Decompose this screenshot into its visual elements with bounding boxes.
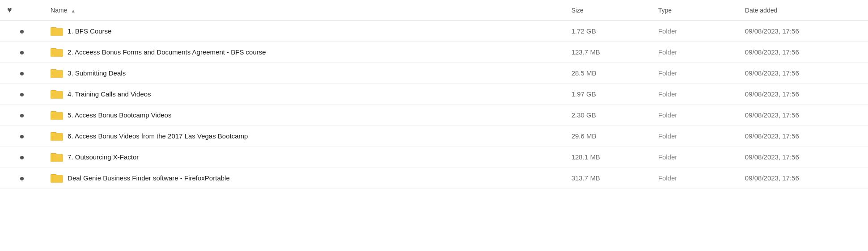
heart-icon: ♥ [7,5,12,14]
file-name: 4. Training Calls and Videos [68,90,151,98]
date-cell: 09/08/2023, 17:56 [738,105,868,126]
favorite-dot-icon [20,30,24,33]
folder-icon [51,110,63,120]
svg-rect-30 [51,176,63,183]
table-header-row: ♥ Name ▲ Size Type Date added [0,0,868,21]
table-row[interactable]: 3. Submitting Deals28.5 MBFolder09/08/20… [0,63,868,84]
table-row[interactable]: 4. Training Calls and Videos1.97 GBFolde… [0,84,868,105]
type-cell: Folder [651,126,738,146]
folder-icon [51,26,63,36]
svg-rect-7 [51,49,57,51]
size-cell: 1.72 GB [564,21,651,42]
favorite-cell [0,167,43,188]
favorite-cell [0,105,43,126]
favorite-column-header: ♥ [0,0,43,21]
svg-rect-31 [51,175,57,177]
date-cell: 09/08/2023, 17:56 [738,84,868,105]
svg-rect-19 [51,112,57,114]
folder-icon [51,89,63,99]
favorite-cell [0,21,43,42]
type-cell: Folder [651,42,738,63]
file-name: 3. Submitting Deals [68,69,126,77]
type-cell: Folder [651,167,738,188]
type-column-label: Type [658,7,672,14]
type-cell: Folder [651,63,738,84]
sort-arrow-icon: ▲ [71,8,76,13]
svg-rect-23 [51,133,57,135]
svg-rect-18 [51,113,63,120]
favorite-cell [0,146,43,167]
svg-rect-22 [51,134,63,141]
type-cell: Folder [651,84,738,105]
favorite-dot-icon [20,135,24,138]
folder-icon [51,68,63,78]
file-name: 6. Access Bonus Videos from the 2017 Las… [68,132,248,140]
file-name: 5. Access Bonus Bootcamp Videos [68,111,171,119]
table-row[interactable]: 2. Acceess Bonus Forms and Documents Agr… [0,42,868,63]
file-list-table: ♥ Name ▲ Size Type Date added 1. BFS [0,0,868,188]
folder-icon [51,173,63,183]
table-row[interactable]: 6. Access Bonus Videos from the 2017 Las… [0,126,868,146]
favorite-dot-icon [20,177,24,180]
favorite-cell [0,126,43,146]
size-column-label: Size [572,7,584,14]
size-cell: 313.7 MB [564,167,651,188]
favorite-dot-icon [20,51,24,54]
table-row[interactable]: 1. BFS Course1.72 GBFolder09/08/2023, 17… [0,21,868,42]
svg-rect-14 [51,92,63,99]
svg-rect-6 [51,50,63,57]
type-cell: Folder [651,146,738,167]
date-cell: 09/08/2023, 17:56 [738,126,868,146]
file-name: Deal Genie Business Finder software - Fi… [68,174,230,182]
svg-rect-26 [51,155,63,162]
favorite-dot-icon [20,114,24,117]
type-cell: Folder [651,105,738,126]
folder-icon [51,152,63,162]
type-cell: Folder [651,21,738,42]
file-name: 7. Outsourcing X-Factor [68,153,139,161]
date-cell: 09/08/2023, 17:56 [738,167,868,188]
size-column-header[interactable]: Size [564,0,651,21]
name-cell[interactable]: 5. Access Bonus Bootcamp Videos [43,105,564,126]
size-cell: 1.97 GB [564,84,651,105]
file-name: 1. BFS Course [68,27,111,35]
favorite-dot-icon [20,156,24,159]
name-cell[interactable]: 2. Acceess Bonus Forms and Documents Agr… [43,42,564,63]
svg-rect-10 [51,71,63,78]
date-column-header[interactable]: Date added [738,0,868,21]
size-cell: 29.6 MB [564,126,651,146]
size-cell: 28.5 MB [564,63,651,84]
size-cell: 128.1 MB [564,146,651,167]
svg-rect-15 [51,91,57,93]
date-cell: 09/08/2023, 17:56 [738,63,868,84]
favorite-cell [0,84,43,105]
size-cell: 2.30 GB [564,105,651,126]
file-name: 2. Acceess Bonus Forms and Documents Agr… [68,48,266,56]
folder-icon [51,47,63,57]
favorite-dot-icon [20,72,24,75]
svg-rect-27 [51,154,57,156]
favorite-dot-icon [20,93,24,96]
table-row[interactable]: 5. Access Bonus Bootcamp Videos2.30 GBFo… [0,105,868,126]
name-cell[interactable]: 7. Outsourcing X-Factor [43,146,564,167]
size-cell: 123.7 MB [564,42,651,63]
date-column-label: Date added [745,7,777,14]
type-column-header[interactable]: Type [651,0,738,21]
name-cell[interactable]: 3. Submitting Deals [43,63,564,84]
name-column-label: Name [51,7,67,14]
svg-rect-2 [51,29,63,36]
name-cell[interactable]: 6. Access Bonus Videos from the 2017 Las… [43,126,564,146]
name-cell[interactable]: 4. Training Calls and Videos [43,84,564,105]
date-cell: 09/08/2023, 17:56 [738,146,868,167]
table-row[interactable]: Deal Genie Business Finder software - Fi… [0,167,868,188]
name-column-header[interactable]: Name ▲ [43,0,564,21]
name-cell[interactable]: 1. BFS Course [43,21,564,42]
svg-rect-3 [51,28,57,30]
name-cell[interactable]: Deal Genie Business Finder software - Fi… [43,167,564,188]
table-row[interactable]: 7. Outsourcing X-Factor128.1 MBFolder09/… [0,146,868,167]
date-cell: 09/08/2023, 17:56 [738,21,868,42]
svg-rect-11 [51,70,57,72]
favorite-cell [0,42,43,63]
date-cell: 09/08/2023, 17:56 [738,42,868,63]
favorite-cell [0,63,43,84]
